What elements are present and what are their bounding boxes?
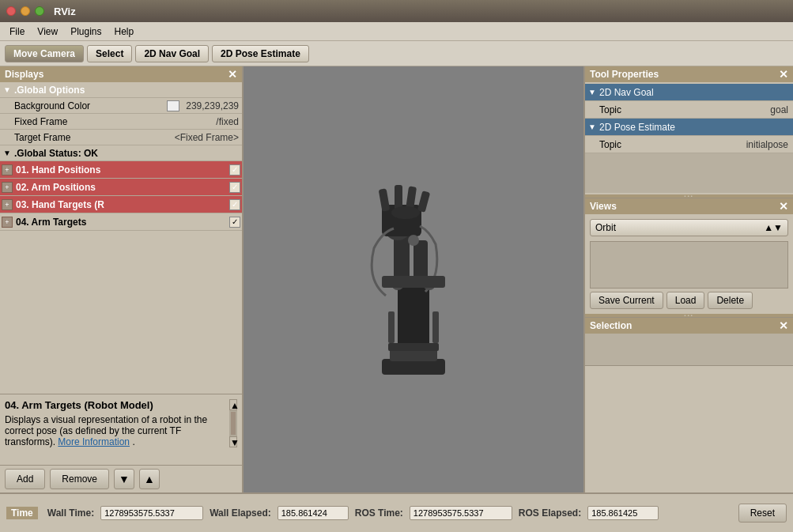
move-up-button[interactable]: ▲ [139, 469, 160, 489]
display-item-03[interactable]: + 03. Hand Targets (R ✓ [0, 196, 242, 213]
robot-visualization [303, 153, 524, 406]
global-status-label: .Global Status: OK [14, 148, 239, 159]
ros-elapsed-label: ROS Elapsed: [519, 507, 581, 519]
move-down-button[interactable]: ▼ [114, 469, 134, 489]
wall-elapsed-label: Wall Elapsed: [210, 507, 271, 519]
scroll-thumb[interactable] [231, 412, 236, 435]
global-options-label: .Global Options [14, 85, 239, 96]
reset-time-button[interactable]: Reset [738, 504, 787, 523]
add-display-button[interactable]: Add [5, 469, 45, 489]
max-traffic-light[interactable] [35, 6, 44, 16]
scroll-down-btn[interactable]: ▼ [229, 436, 237, 447]
global-status-expand-icon[interactable]: ▼ [3, 149, 14, 157]
nav-goal-topic-value[interactable]: goal [765, 103, 793, 117]
selection-section: Selection ✕ [585, 318, 793, 366]
global-options-header[interactable]: ▼ .Global Options [0, 82, 242, 98]
tool-move-camera[interactable]: Move Camera [5, 45, 84, 62]
tool-2d-pose-estimate[interactable]: 2D Pose Estimate [212, 45, 309, 62]
tool-properties-close-icon[interactable]: ✕ [779, 68, 788, 81]
views-type-dropdown[interactable]: Orbit ▲▼ [590, 219, 788, 236]
desc-more-link[interactable]: More Information [58, 436, 130, 447]
views-title: Views [590, 201, 617, 212]
bg-color-swatch[interactable] [167, 100, 179, 111]
wall-time-input[interactable] [100, 506, 203, 520]
nav-goal-expand-icon[interactable]: ▼ [585, 88, 596, 96]
wall-time-label: Wall Time: [47, 507, 94, 519]
load-view-button[interactable]: Load [666, 292, 705, 309]
fixed-frame-label: Fixed Frame [14, 116, 213, 127]
scroll-up-btn[interactable]: ▲ [229, 399, 237, 410]
fixed-frame-value: /fixed [216, 116, 239, 127]
item-04-expand-icon[interactable]: + [2, 217, 13, 228]
menu-plugins[interactable]: Plugins [64, 25, 108, 39]
nav-goal-header-row[interactable]: ▼ 2D Nav Goal [585, 84, 793, 101]
selection-title: Selection [590, 320, 632, 331]
pose-estimate-expand-icon[interactable]: ▼ [585, 123, 596, 131]
views-current-type: Orbit [595, 222, 616, 233]
app-title: RViz [54, 6, 76, 17]
toolbar: Move Camera Select 2D Nav Goal 2D Pose E… [0, 41, 793, 66]
views-resize-handle[interactable] [585, 314, 793, 317]
viewport-inner [244, 66, 583, 492]
svg-rect-10 [417, 191, 430, 213]
display-item-04[interactable]: + 04. Arm Targets ✓ [0, 213, 242, 231]
target-frame-label: Target Frame [14, 132, 172, 143]
item-01-checkbox[interactable]: ✓ [229, 164, 240, 175]
displays-buttons: Add Remove ▼ ▲ [0, 465, 242, 492]
menu-help[interactable]: Help [108, 25, 141, 39]
item-03-checkbox[interactable]: ✓ [229, 199, 240, 210]
dropdown-arrow-icon: ▲▼ [764, 222, 783, 233]
tool-select[interactable]: Select [87, 45, 132, 62]
item-02-checkbox[interactable]: ✓ [229, 182, 240, 193]
description-scrollbar[interactable]: ▲ ▼ [229, 399, 237, 447]
tool-2d-nav-goal[interactable]: 2D Nav Goal [135, 45, 209, 62]
tool-properties-title: Tool Properties [590, 69, 659, 80]
displays-panel: Displays ✕ ▼ .Global Options Background … [0, 66, 244, 492]
displays-close-icon[interactable]: ✕ [228, 68, 237, 81]
tool-properties-empty [585, 153, 793, 193]
svg-point-13 [408, 235, 419, 246]
delete-view-button[interactable]: Delete [708, 292, 753, 309]
item-01-expand-icon[interactable]: + [2, 164, 13, 175]
display-item-02[interactable]: + 02. Arm Positions ✓ [0, 179, 242, 196]
menu-view[interactable]: View [31, 25, 64, 39]
views-saved-list [590, 241, 788, 289]
tool-properties-resize-handle[interactable] [585, 194, 793, 198]
svg-rect-14 [388, 311, 395, 343]
item-04-checkbox[interactable]: ✓ [229, 217, 240, 228]
bg-color-label: Background Color [14, 100, 167, 111]
views-content: Orbit ▲▼ Save Current Load Delete [585, 214, 793, 314]
pose-estimate-topic-value[interactable]: initialpose [742, 138, 793, 152]
global-status-header[interactable]: ▼ .Global Status: OK [0, 145, 242, 161]
min-traffic-light[interactable] [21, 6, 30, 16]
global-options-expand-icon[interactable]: ▼ [3, 85, 14, 94]
desc-link-suffix: . [132, 436, 134, 447]
viewport[interactable] [244, 66, 583, 492]
item-01-label: 01. Hand Positions [14, 164, 229, 175]
pose-estimate-header-row[interactable]: ▼ 2D Pose Estimate [585, 119, 793, 136]
displays-content: ▼ .Global Options Background Color 239,2… [0, 82, 242, 394]
bg-color-row: Background Color 239,239,239 [0, 98, 242, 114]
item-02-expand-icon[interactable]: + [2, 182, 13, 193]
views-action-buttons: Save Current Load Delete [590, 292, 788, 309]
save-current-button[interactable]: Save Current [590, 292, 663, 309]
item-03-expand-icon[interactable]: + [2, 199, 13, 210]
target-frame-row: Target Frame <Fixed Frame> [0, 130, 242, 145]
views-close-icon[interactable]: ✕ [779, 200, 788, 213]
ros-time-input[interactable] [410, 506, 512, 520]
display-item-01[interactable]: + 01. Hand Positions ✓ [0, 161, 242, 179]
selection-header: Selection ✕ [585, 318, 793, 334]
remove-display-button[interactable]: Remove [50, 469, 109, 489]
selection-close-icon[interactable]: ✕ [779, 319, 788, 332]
close-traffic-light[interactable] [6, 6, 16, 16]
svg-rect-18 [382, 276, 445, 288]
target-frame-value: <Fixed Frame> [175, 132, 239, 143]
displays-title: Displays [5, 69, 43, 80]
item-02-label: 02. Arm Positions [14, 182, 229, 193]
menu-file[interactable]: File [3, 25, 31, 39]
svg-rect-16 [388, 343, 439, 351]
wall-elapsed-input[interactable] [278, 506, 349, 520]
pose-estimate-topic-row: Topic initialpose [585, 136, 793, 153]
svg-rect-2 [398, 280, 429, 351]
ros-elapsed-input[interactable] [587, 506, 659, 520]
